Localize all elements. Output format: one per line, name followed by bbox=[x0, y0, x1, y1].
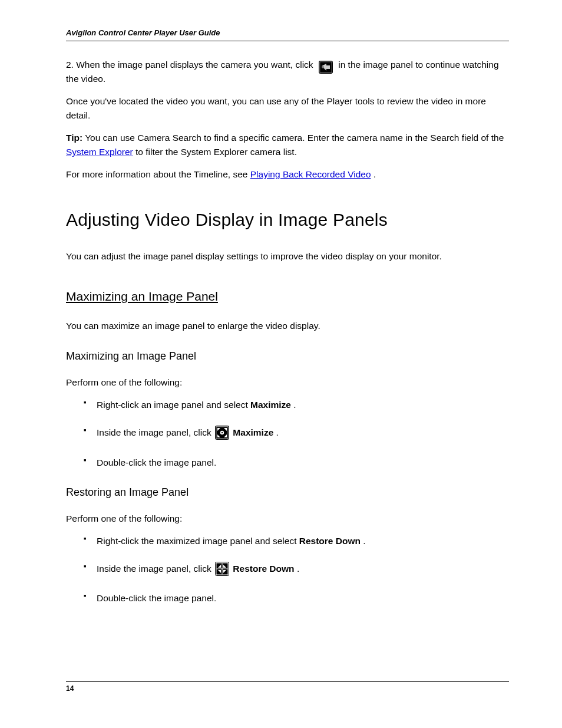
tip-after: to filter the System Explorer camera lis… bbox=[135, 147, 297, 157]
list-item: Right-click an image panel and select Ma… bbox=[84, 398, 509, 411]
h1-body: You can adjust the image panel display s… bbox=[66, 249, 509, 263]
intro-p4-a: For more information about the Timeline,… bbox=[66, 169, 250, 179]
intro-p4: For more information about the Timeline,… bbox=[66, 167, 509, 182]
rest-item2-d: . bbox=[297, 564, 299, 574]
intro-p2: Once you've located the video you want, … bbox=[66, 94, 509, 123]
subheading-restoring: Restoring an Image Panel bbox=[66, 485, 509, 501]
max-lead: Perform one of the following: bbox=[66, 375, 509, 390]
heading-adjusting-video: Adjusting Video Display in Image Panels bbox=[66, 206, 509, 234]
subheading-maximizing: Maximizing an Image Panel bbox=[66, 348, 509, 365]
tip-label: Tip: bbox=[66, 133, 82, 143]
tip-para: Tip: You can use Camera Search to find a… bbox=[66, 131, 509, 159]
svg-point-10 bbox=[222, 432, 223, 433]
list-item: Double-click the image panel. bbox=[84, 591, 509, 605]
maximize-icon bbox=[215, 426, 229, 443]
page-footer: 14 bbox=[66, 681, 509, 693]
step-2: 2. When the image panel displays the cam… bbox=[66, 58, 509, 86]
svg-point-2 bbox=[322, 66, 324, 68]
heading-maximizing-image-panel: Maximizing an Image Panel bbox=[66, 287, 509, 307]
max-item1-c: . bbox=[293, 400, 296, 410]
list-item: Right-click the maximized image panel an… bbox=[84, 534, 509, 548]
restore-down-icon bbox=[215, 562, 229, 579]
rest-item2-a: Inside the image panel, click bbox=[97, 564, 214, 574]
rest-item1-a: Right-click the maximized image panel an… bbox=[97, 536, 299, 546]
list-item: Inside the image panel, click Maximiz bbox=[84, 426, 509, 441]
maximize-list: Right-click an image panel and select Ma… bbox=[84, 398, 509, 469]
system-explorer-link[interactable]: System Explorer bbox=[66, 147, 133, 157]
max-item1-a: Right-click an image panel and select bbox=[97, 400, 250, 410]
page-number: 14 bbox=[66, 684, 74, 693]
max-item2-c: Maximize bbox=[233, 428, 273, 438]
restore-list: Right-click the maximized image panel an… bbox=[84, 534, 509, 605]
tip-body: You can use Camera Search to find a spec… bbox=[85, 133, 504, 143]
camera-icon bbox=[317, 60, 335, 74]
rest-item1-c: . bbox=[363, 536, 365, 546]
sec1-intro: You can maximize an image panel to enlar… bbox=[66, 319, 509, 333]
max-item2-a: Inside the image panel, click bbox=[97, 428, 214, 438]
playback-link[interactable]: Playing Back Recorded Video bbox=[250, 169, 371, 179]
intro-p4-b: . bbox=[373, 169, 376, 179]
max-item2-d: . bbox=[276, 428, 279, 438]
max-item1-b: Maximize bbox=[250, 400, 291, 410]
rest-item1-b: Restore Down bbox=[299, 536, 361, 546]
step-2-a: 2. When the image panel displays the cam… bbox=[66, 60, 316, 70]
rest-item2-c: Restore Down bbox=[233, 564, 294, 574]
running-header: Avigilon Control Center Player User Guid… bbox=[66, 28, 509, 41]
list-item: Inside the image panel, click Restore bbox=[84, 562, 509, 577]
list-item: Double-click the image panel. bbox=[84, 456, 509, 469]
rest-lead: Perform one of the following: bbox=[66, 512, 509, 526]
